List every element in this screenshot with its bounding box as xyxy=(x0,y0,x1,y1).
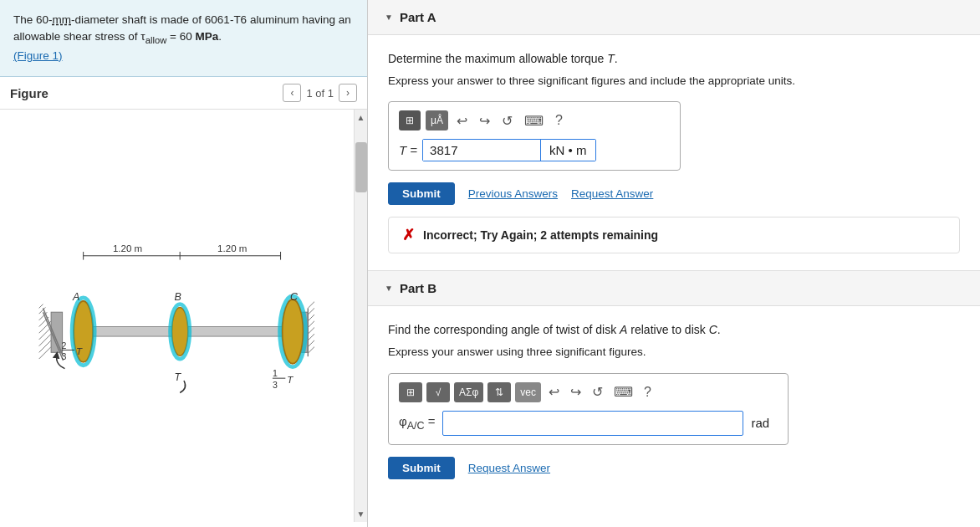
keyboard-button[interactable]: ⌨ xyxy=(521,111,547,130)
help-button[interactable]: ? xyxy=(552,111,566,130)
left-panel: The 60-mm-diameter shaft is made of 6061… xyxy=(0,0,368,527)
figure-header: Figure ‹ 1 of 1 › xyxy=(0,77,367,110)
svg-text:1: 1 xyxy=(272,368,277,378)
part-b-title: Part B xyxy=(400,281,436,295)
svg-text:3: 3 xyxy=(272,379,277,389)
part-b-answer-box: ⊞ √ ΑΣφ ⇅ vec ↩ ↪ ↺ ⌨ ? φA/C = rad xyxy=(388,373,789,445)
part-a-submit-row: Submit Previous Answers Request Answer xyxy=(388,182,960,205)
redo-button[interactable]: ↪ xyxy=(476,111,493,130)
part-a-incorrect-box: ✗ Incorrect; Try Again; 2 attempts remai… xyxy=(388,217,960,253)
part-b-submit-row: Submit Request Answer xyxy=(388,457,960,479)
part-b-arrows-button[interactable]: ⇅ xyxy=(487,382,511,402)
part-a-previous-answers-button[interactable]: Previous Answers xyxy=(468,187,558,200)
part-a-input[interactable] xyxy=(423,140,540,161)
part-b-header[interactable]: ▼ Part B xyxy=(368,271,980,306)
scroll-thumb[interactable] xyxy=(355,142,367,192)
svg-text:B: B xyxy=(174,290,181,302)
part-b-content: Find the corresponding angle of twist of… xyxy=(368,306,980,499)
problem-description: The 60-mm-diameter shaft is made of 6061… xyxy=(0,0,367,77)
svg-text:1.20 m: 1.20 m xyxy=(112,243,141,253)
grid-icon-button[interactable]: ⊞ xyxy=(399,110,421,130)
svg-text:A: A xyxy=(72,290,79,302)
scroll-up-arrow[interactable]: ▲ xyxy=(355,110,367,125)
part-b-question: Find the corresponding angle of twist of… xyxy=(388,321,960,339)
part-b-triangle: ▼ xyxy=(385,284,393,293)
part-b-request-answer-button[interactable]: Request Answer xyxy=(468,462,550,474)
scrollbar[interactable]: ▲ ▼ xyxy=(354,110,367,522)
figure-title: Figure xyxy=(10,86,48,100)
problem-text-main: The 60-mm-diameter shaft is made of 6061… xyxy=(13,13,351,43)
svg-text:T: T xyxy=(287,374,293,384)
svg-text:1.20 m: 1.20 m xyxy=(217,243,247,253)
part-a-question: Determine the maximum allowable torque T… xyxy=(388,50,960,68)
svg-text:2: 2 xyxy=(61,340,66,350)
part-a-express: Express your answer to three significant… xyxy=(388,73,960,90)
part-b-help-button[interactable]: ? xyxy=(641,383,655,402)
part-a-answer-box: ⊞ μÅ ↩ ↪ ↺ ⌨ ? T = kN • m xyxy=(388,101,681,171)
part-a-answer-row: T = kN • m xyxy=(399,139,670,161)
part-b-answer-label: φA/C = xyxy=(399,414,436,432)
part-b-redo-button[interactable]: ↪ xyxy=(567,382,584,402)
part-b-undo-button[interactable]: ↩ xyxy=(545,382,563,402)
part-a-title: Part A xyxy=(400,10,436,24)
figure-link[interactable]: (Figure 1) xyxy=(13,49,63,62)
mu-icon-button[interactable]: μÅ xyxy=(426,110,448,130)
figure-navigation: ‹ 1 of 1 › xyxy=(283,84,357,102)
svg-text:C: C xyxy=(290,290,299,302)
svg-point-35 xyxy=(282,299,303,363)
refresh-button[interactable]: ↺ xyxy=(498,111,516,130)
part-a-input-wrap: kN • m xyxy=(422,139,595,161)
part-a-incorrect-text: Incorrect; Try Again; 2 attempts remaini… xyxy=(423,228,658,242)
part-a-header[interactable]: ▼ Part A xyxy=(368,0,980,35)
part-a-toolbar: ⊞ μÅ ↩ ↪ ↺ ⌨ ? xyxy=(399,110,670,130)
part-a-triangle: ▼ xyxy=(385,13,393,22)
part-b-keyboard-button[interactable]: ⌨ xyxy=(610,382,636,402)
part-b-express: Express your answer using three signific… xyxy=(388,344,960,361)
svg-text:T: T xyxy=(75,346,82,356)
part-a-unit: kN • m xyxy=(540,140,595,161)
part-b-unit: rad xyxy=(743,412,778,433)
incorrect-icon: ✗ xyxy=(402,226,415,244)
part-b-grid-button[interactable]: ⊞ xyxy=(399,382,422,402)
part-b-sigma-button[interactable]: ΑΣφ xyxy=(454,382,483,402)
part-b-vec-button[interactable]: vec xyxy=(515,382,541,402)
part-b-refresh-button[interactable]: ↺ xyxy=(589,382,606,402)
figure-page-indicator: 1 of 1 xyxy=(306,87,334,100)
figure-next-button[interactable]: › xyxy=(339,84,357,102)
figure-section: Figure ‹ 1 of 1 › 1.20 m 1.20 m xyxy=(0,77,367,527)
part-b-answer-row: φA/C = rad xyxy=(399,411,778,436)
part-b-toolbar: ⊞ √ ΑΣφ ⇅ vec ↩ ↪ ↺ ⌨ ? xyxy=(399,382,778,402)
svg-text:3: 3 xyxy=(61,351,66,361)
figure-prev-button[interactable]: ‹ xyxy=(283,84,301,102)
scroll-down-arrow[interactable]: ▼ xyxy=(355,506,367,522)
part-a-answer-label: T = xyxy=(399,143,417,157)
part-a-request-answer-button[interactable]: Request Answer xyxy=(571,187,653,200)
figure-image: 1.20 m 1.20 m xyxy=(25,207,343,425)
part-a-content: Determine the maximum allowable torque T… xyxy=(368,35,980,271)
part-b-submit-button[interactable]: Submit xyxy=(388,457,455,479)
right-panel: ▼ Part A Determine the maximum allowable… xyxy=(368,0,980,527)
figure-canvas: 1.20 m 1.20 m xyxy=(0,110,367,522)
part-b-input[interactable] xyxy=(442,411,743,436)
part-a-submit-button[interactable]: Submit xyxy=(388,182,455,205)
part-b-sqrt-button[interactable]: √ xyxy=(426,382,450,402)
undo-button[interactable]: ↩ xyxy=(453,111,471,130)
